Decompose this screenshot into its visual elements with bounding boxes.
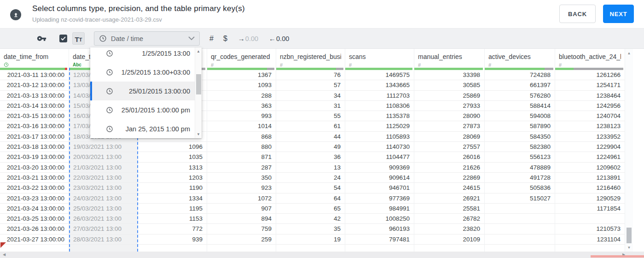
table-cell: 1035 xyxy=(138,152,207,162)
column-type-indicator: # xyxy=(488,62,551,68)
table-cell: 907 xyxy=(207,204,276,214)
number-type-label: # xyxy=(488,62,491,68)
scroll-down-icon[interactable]: ▼ xyxy=(195,132,202,136)
table-cell: 2021-03-23 13:00:00 xyxy=(0,194,69,204)
table-cell: 76 xyxy=(276,70,345,80)
column-type-indicator: # xyxy=(280,62,341,68)
column-type-indicator: # xyxy=(349,62,410,68)
table-cell: 868 xyxy=(207,132,276,142)
table-cell: 478889 xyxy=(485,163,555,173)
table-cell: 1209602 xyxy=(555,163,625,173)
column-header[interactable]: active_devices# xyxy=(485,49,555,68)
clock-icon xyxy=(106,88,113,95)
table-cell: 880 xyxy=(207,142,276,152)
column-header[interactable]: scans# xyxy=(345,49,414,68)
text-type-label-small: T xyxy=(79,37,82,42)
currency-type-button[interactable]: $ xyxy=(223,35,227,43)
import-wizard-page: Select columns type, precision, and the … xyxy=(0,0,644,258)
dropdown-item[interactable]: 1/25/2015 13:00 xyxy=(90,47,195,63)
column-cells: 7657343155614449361324546465423519 xyxy=(276,70,345,252)
column-cells: 2021-03-11 13:00:002021-03-12 13:00:0020… xyxy=(0,70,69,252)
dropdown-item[interactable]: 25/01/2015 1:00:00 pm xyxy=(90,100,195,119)
table-cell: 36 xyxy=(276,152,345,162)
decrease-decimal-button[interactable]: ←0.00 xyxy=(269,35,289,42)
table-cell: 2021-03-21 13:00:00 xyxy=(0,173,69,183)
table-cell: 594008 xyxy=(485,111,555,121)
table-cell: 1238123 xyxy=(555,121,625,131)
table-cell: 1469575 xyxy=(345,70,414,80)
dropdown-scrollbar[interactable]: ▲ ▼ xyxy=(195,47,202,138)
chevron-down-icon xyxy=(188,36,195,41)
text-type-label: Abc xyxy=(73,62,81,67)
primary-key-icon[interactable] xyxy=(37,34,46,43)
top-bar: Select columns type, precision, and the … xyxy=(0,0,644,29)
vertical-scrollbar-thumb[interactable] xyxy=(627,228,632,243)
table-cell: 960193 xyxy=(345,224,414,234)
table-cell: 1203 xyxy=(138,173,207,183)
table-cell: 1108306 xyxy=(345,101,414,111)
table-cell: 2021-03-26 13:00:00 xyxy=(0,224,69,234)
next-button[interactable]: NEXT xyxy=(603,5,634,23)
column-type-indicator xyxy=(4,62,65,68)
table-cell: 1125029 xyxy=(345,121,414,131)
scroll-up-icon[interactable]: ▲ xyxy=(195,49,202,53)
table-horizontal-scrollbar[interactable]: ◀ ▶ xyxy=(0,252,644,258)
table-cell: 505836 xyxy=(485,183,555,193)
column-header[interactable]: nzbn_registered_busine# xyxy=(276,49,345,68)
table-cell: 20/03/2021 13:00 xyxy=(69,152,138,162)
column-cells: 7242886613975762805884145940085878905843… xyxy=(485,70,555,252)
datetime-type-select[interactable]: Date / time xyxy=(94,31,200,46)
column-header[interactable]: manual_entries# xyxy=(414,49,484,68)
dropdown-scrollbar-thumb[interactable] xyxy=(196,74,201,94)
scroll-corner-marker xyxy=(591,255,644,258)
text-type-button[interactable]: TT xyxy=(72,32,85,45)
table-cell: 287 xyxy=(207,163,276,173)
number-type-label: # xyxy=(211,62,214,68)
table-column: scans#1469575134366511127031108306113537… xyxy=(345,49,414,252)
table-cell: 1290529 xyxy=(555,194,625,204)
table-cell: 24 xyxy=(276,173,345,183)
scroll-down-icon[interactable]: ▼ xyxy=(625,246,633,250)
table-cell xyxy=(485,224,555,234)
number-type-button[interactable]: # xyxy=(209,35,214,43)
table-cell: 1233952 xyxy=(555,132,625,142)
scroll-left-icon[interactable]: ◀ xyxy=(3,252,6,257)
back-button[interactable]: BACK xyxy=(559,5,596,23)
table-cell: 1224961 xyxy=(555,152,625,162)
table-cell: 1261266 xyxy=(555,70,625,80)
column-type-indicator: # xyxy=(559,62,621,68)
dropdown-item[interactable]: Jan 25, 2015 1:00 pm xyxy=(90,119,195,138)
table-cell: 35 xyxy=(276,224,345,234)
table-cell: 28069 xyxy=(414,132,484,142)
dropdown-item[interactable]: 1/25/2015 13:00+03:00 xyxy=(90,63,195,82)
table-cell: 2021-03-17 13:00:00 xyxy=(0,132,69,142)
table-cell: 2021-03-11 13:00:00 xyxy=(0,70,69,80)
table-column: bluetooth_active_24_hr_#1261266125417112… xyxy=(555,49,625,252)
table-cell: 22/03/2021 13:00 xyxy=(69,173,138,183)
increase-decimal-button[interactable]: →0.00 xyxy=(238,35,258,42)
dropdown-item[interactable]: 25/01/2015 13:00:00 xyxy=(90,82,195,100)
column-header[interactable]: date_time_from xyxy=(0,49,69,68)
scroll-up-icon[interactable]: ▲ xyxy=(625,51,633,55)
table-cell: 31 xyxy=(276,101,345,111)
table-cell: 984991 xyxy=(345,204,414,214)
table-cell: 661397 xyxy=(485,80,555,90)
table-cell: 259 xyxy=(207,235,276,245)
table-cell: 724288 xyxy=(485,70,555,80)
table-cell: 26/03/2021 13:00 xyxy=(69,214,138,224)
table-vertical-scrollbar[interactable]: ▲ ▼ xyxy=(625,49,633,252)
table-cell: 1096 xyxy=(138,142,207,152)
table-cell: 19 xyxy=(276,235,345,245)
checkbox-type-button[interactable] xyxy=(59,35,67,42)
table-cell: 1105893 xyxy=(345,132,414,142)
column-name: nzbn_registered_busine xyxy=(280,53,341,60)
table-cell: 25581 xyxy=(414,204,484,214)
table-cell: 1135378 xyxy=(345,111,414,121)
table-cell: 363 xyxy=(207,101,276,111)
number-type-label: # xyxy=(349,62,352,68)
column-header[interactable]: bluetooth_active_24_hr_# xyxy=(555,49,625,68)
table-cell: 556123 xyxy=(485,152,555,162)
column-header[interactable]: qr_codes_generated# xyxy=(207,49,276,68)
table-cell: 24615 xyxy=(414,183,484,193)
table-cell: 1104477 xyxy=(345,152,414,162)
